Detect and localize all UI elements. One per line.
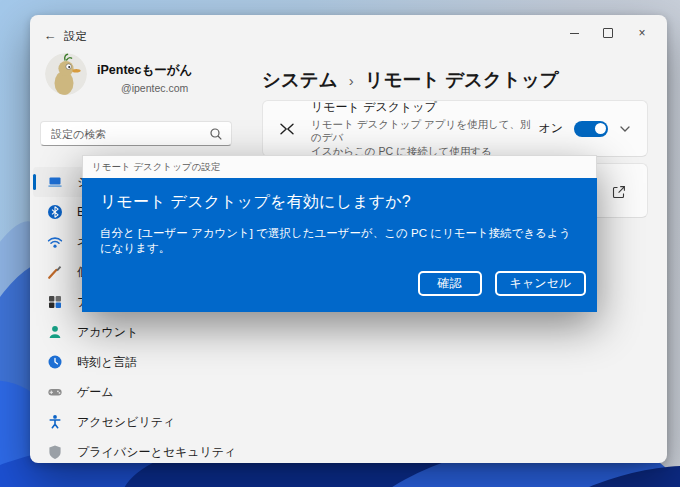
- settings-window: ← 設定 × iPentecもーがん @ipentec.com システム Blu…: [30, 15, 667, 463]
- breadcrumb: システム › リモート デスクトップ: [262, 67, 559, 92]
- dialog-titlebar: リモート デスクトップの設定: [82, 155, 597, 178]
- sidebar-item-label: 時刻と言語: [77, 354, 137, 371]
- sidebar-item-gaming[interactable]: ゲーム: [33, 377, 259, 407]
- remote-desktop-card[interactable]: リモート デスクトップ リモート デスクトップ アプリを使用して、別のデバ イス…: [262, 100, 648, 157]
- sidebar-item-time-language[interactable]: 時刻と言語: [33, 347, 259, 377]
- bluetooth-icon: [47, 204, 63, 220]
- apps-grid-icon: [47, 294, 63, 310]
- dialog-body: リモート デスクトップを有効にしますか? 自分と [ユーザー アカウント] で選…: [82, 178, 597, 312]
- confirm-dialog: リモート デスクトップの設定 リモート デスクトップを有効にしますか? 自分と …: [82, 155, 597, 312]
- sidebar-item-label: アカウント: [77, 324, 138, 341]
- close-button[interactable]: ×: [625, 21, 659, 45]
- external-link-icon[interactable]: [611, 184, 627, 200]
- brush-icon: [47, 264, 63, 280]
- user-handle: @ipentec.com: [121, 82, 192, 94]
- back-button[interactable]: ←: [40, 26, 60, 44]
- sidebar-item-label: アクセシビリティ: [77, 414, 175, 431]
- maximize-button[interactable]: [591, 21, 625, 45]
- window-caption-controls: ×: [557, 21, 659, 45]
- user-name: iPentecもーがん: [97, 62, 192, 79]
- search-input[interactable]: [41, 128, 209, 140]
- confirm-button[interactable]: 確認: [418, 271, 482, 296]
- sidebar-item-label: プライバシーとセキュリティ: [77, 444, 236, 461]
- sidebar-item-label: ゲーム: [77, 384, 114, 401]
- laptop-icon: [47, 174, 63, 190]
- minimize-icon: [570, 33, 579, 34]
- clock-icon: [47, 354, 63, 370]
- person-icon: [47, 324, 63, 340]
- sidebar-item-accounts[interactable]: アカウント: [33, 317, 259, 347]
- breadcrumb-parent[interactable]: システム: [262, 67, 338, 92]
- remote-card-title: リモート デスクトップ: [311, 99, 538, 116]
- window-title: 設定: [64, 29, 87, 44]
- breadcrumb-separator-icon: ›: [349, 72, 354, 89]
- gamepad-icon: [47, 384, 63, 400]
- search-icon: [209, 127, 223, 141]
- desktop-wallpaper: ← 設定 × iPentecもーがん @ipentec.com システム Blu…: [0, 0, 680, 487]
- maximize-icon: [603, 28, 613, 38]
- accessibility-icon: [47, 414, 63, 430]
- wifi-icon: [47, 234, 63, 250]
- minimize-button[interactable]: [557, 21, 591, 45]
- close-icon: ×: [638, 26, 645, 40]
- page-title: リモート デスクトップ: [365, 67, 559, 92]
- sidebar-item-privacy[interactable]: プライバシーとセキュリティ: [33, 437, 259, 463]
- settings-search-box: [40, 121, 232, 146]
- duck-avatar: [45, 53, 87, 95]
- dialog-message: 自分と [ユーザー アカウント] で選択したユーザーが、この PC にリモート接…: [100, 226, 579, 256]
- dialog-buttons: 確認 キャンセル: [418, 271, 586, 296]
- user-profile: iPentecもーがん @ipentec.com: [45, 53, 192, 95]
- remote-connect-icon: [277, 119, 297, 139]
- shield-icon: [47, 444, 63, 460]
- remote-desktop-toggle[interactable]: [574, 121, 608, 137]
- chevron-down-icon[interactable]: [619, 123, 631, 135]
- cancel-button[interactable]: キャンセル: [495, 271, 586, 296]
- sidebar-item-accessibility[interactable]: アクセシビリティ: [33, 407, 259, 437]
- remote-card-description: リモート デスクトップ アプリを使用して、別のデバ イスからこの PC に接続し…: [311, 118, 538, 159]
- toggle-state-label: オン: [538, 120, 563, 137]
- dialog-heading: リモート デスクトップを有効にしますか?: [100, 192, 579, 213]
